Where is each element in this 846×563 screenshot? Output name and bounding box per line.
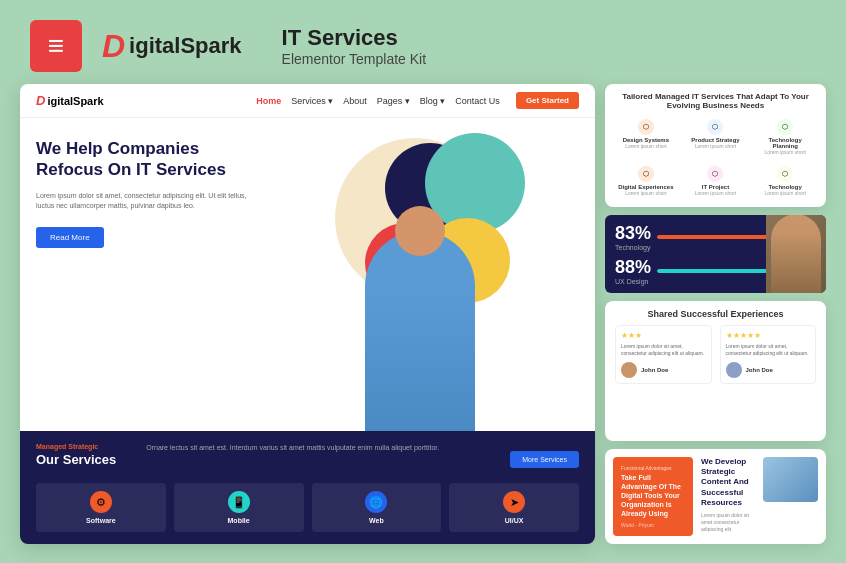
testimonial-text-2: Lorem ipsum dolor sit amet, consectetur …: [726, 343, 811, 357]
develop-title: We Develop Strategic Content And Success…: [701, 457, 755, 509]
stat-label-technology: Technology: [615, 244, 651, 251]
design-systems-text: Lorem ipsum short: [616, 143, 676, 150]
product-strategy-text: Lorem ipsum short: [686, 143, 746, 150]
software-icon: ⚙: [90, 491, 112, 513]
tech-planning-icon: ⬡: [777, 119, 793, 135]
services-desc: Ornare lectus sit amet est. Interdum var…: [126, 443, 500, 454]
main-preview: D igitalSpark Home Services ▾ About Page…: [20, 84, 595, 544]
services-left: Managed Strategic Our Services: [36, 443, 116, 475]
product-strategy-icon: ⬡: [707, 119, 723, 135]
mobile-label: Mobile: [182, 517, 296, 524]
develop-content: We Develop Strategic Content And Success…: [701, 457, 755, 536]
top-right-preview: Tailored Managed IT Services That Adapt …: [605, 84, 826, 207]
stars-1: ★★★: [621, 331, 706, 340]
nav-services[interactable]: Services ▾: [291, 96, 333, 106]
hero-section: We Help Companies Refocus On IT Services…: [20, 118, 595, 431]
site-logo-d: D: [36, 93, 45, 108]
services-title: Our Services: [36, 452, 116, 467]
stat-label-uxdesign: UX Design: [615, 278, 651, 285]
author-name-1: John Doe: [641, 367, 668, 373]
tech-planning-text: Lorem ipsum short: [755, 149, 815, 156]
advantages-byline: World - Priyum: [621, 522, 685, 528]
nav-blog[interactable]: Blog ▾: [420, 96, 446, 106]
services-section: Managed Strategic Our Services Ornare le…: [20, 431, 595, 544]
digital-exp-text: Lorem ipsum short: [616, 190, 676, 197]
brand-logo: D igitalSpark: [102, 28, 242, 65]
author-avatar-2: [726, 362, 742, 378]
stats-photo: [766, 215, 826, 293]
stat-percent-technology: 83%: [615, 223, 651, 244]
hero-read-more-button[interactable]: Read More: [36, 227, 104, 248]
design-systems-icon: ⬡: [638, 119, 654, 135]
testimonial-author-2: John Doe: [726, 362, 811, 378]
advantages-card: Functional Advantages Take Full Advantag…: [613, 457, 693, 536]
hero-person: [355, 221, 485, 431]
testimonial-text-1: Lorem ipsum dolor sit amet, consectetur …: [621, 343, 706, 357]
main-wrapper: ≡ D igitalSpark IT Services Elementor Te…: [0, 0, 846, 563]
person-head: [395, 206, 445, 256]
uiux-label: UI/UX: [457, 517, 571, 524]
services-label: Managed Strategic: [36, 443, 116, 450]
author-name-2: John Doe: [746, 367, 773, 373]
stars-2: ★★★★★: [726, 331, 811, 340]
nav-links: Home Services ▾ About Pages ▾ Blog ▾ Con…: [256, 96, 500, 106]
content-area: D igitalSpark Home Services ▾ About Page…: [20, 84, 826, 544]
develop-text: Lorem ipsum dolor sit amet consectetur a…: [701, 512, 755, 533]
person-body: [365, 231, 475, 431]
develop-image-shape: [763, 457, 818, 502]
kit-title: IT Services Elementor Template Kit: [282, 25, 426, 67]
mobile-icon: 📱: [228, 491, 250, 513]
services-grid-title: Tailored Managed IT Services That Adapt …: [613, 92, 818, 110]
it-project-text: Lorem ipsum short: [686, 190, 746, 197]
testimonials-title: Shared Successful Experiences: [615, 309, 816, 319]
nav-cta-button[interactable]: Get Started: [516, 92, 579, 109]
grid-item-digital-exp: ⬡ Digital Experiences Lorem ipsum short: [613, 163, 679, 200]
digital-exp-icon: ⬡: [638, 166, 654, 182]
service-card-web: 🌐 Web: [312, 483, 442, 532]
testimonials-section: Shared Successful Experiences ★★★ Lorem …: [605, 301, 826, 441]
nav-contact[interactable]: Contact Us: [455, 96, 500, 106]
brand-name-text: igitalSpark: [129, 33, 241, 59]
services-top-row: Managed Strategic Our Services Ornare le…: [36, 443, 579, 475]
it-project-icon: ⬡: [707, 166, 723, 182]
service-card-uiux: ➤ UI/UX: [449, 483, 579, 532]
author-avatar-1: [621, 362, 637, 378]
digital-exp-label: Digital Experiences: [616, 184, 676, 190]
grid-item-tech-planning: ⬡ Technology Planning Lorem ipsum short: [752, 116, 818, 159]
technology-icon: ⬡: [777, 166, 793, 182]
grid-item-technology: ⬡ Technology Lorem ipsum short: [752, 163, 818, 200]
hero-text: Lorem ipsum dolor sit amet, consectetur …: [36, 191, 256, 212]
site-nav: D igitalSpark Home Services ▾ About Page…: [20, 84, 595, 118]
elementor-icon: ≡: [30, 20, 82, 72]
testimonial-card-1: ★★★ Lorem ipsum dolor sit amet, consecte…: [615, 325, 712, 384]
web-label: Web: [320, 517, 434, 524]
grid-item-design-systems: ⬡ Design Systems Lorem ipsum short: [613, 116, 679, 159]
service-card-mobile: 📱 Mobile: [174, 483, 304, 532]
develop-image: [763, 457, 818, 502]
technology-text: Lorem ipsum short: [755, 190, 815, 197]
kit-title-main: IT Services: [282, 25, 426, 51]
services-more-button[interactable]: More Services: [510, 451, 579, 468]
advantages-label: Functional Advantages: [621, 465, 685, 471]
advantages-title: Take Full Advantage Of The Digital Tools…: [621, 473, 685, 518]
services-row: ⚙ Software 📱 Mobile 🌐 Web ➤ UI/UX: [36, 483, 579, 532]
nav-home[interactable]: Home: [256, 96, 281, 106]
nav-about[interactable]: About: [343, 96, 367, 106]
grid-item-it-project: ⬡ IT Project Lorem ipsum short: [683, 163, 749, 200]
uiux-icon: ➤: [503, 491, 525, 513]
stats-section: 83% Technology 88% UX Design: [605, 215, 826, 293]
hero-left: We Help Companies Refocus On IT Services…: [36, 138, 256, 411]
nav-pages[interactable]: Pages ▾: [377, 96, 410, 106]
testimonial-card-2: ★★★★★ Lorem ipsum dolor sit amet, consec…: [720, 325, 817, 384]
web-icon: 🌐: [365, 491, 387, 513]
brand-d-letter: D: [102, 28, 125, 65]
site-logo-name: igitalSpark: [47, 95, 103, 107]
tech-planning-label: Technology Planning: [755, 137, 815, 149]
mini-grid: ⬡ Design Systems Lorem ipsum short ⬡ Pro…: [613, 116, 818, 199]
right-panel: Tailored Managed IT Services That Adapt …: [605, 84, 826, 544]
testimonials-row: ★★★ Lorem ipsum dolor sit amet, consecte…: [615, 325, 816, 384]
grid-item-product-strategy: ⬡ Product Strategy Lorem ipsum short: [683, 116, 749, 159]
kit-title-sub: Elementor Template Kit: [282, 51, 426, 67]
testimonial-author-1: John Doe: [621, 362, 706, 378]
stats-person: [771, 215, 821, 293]
